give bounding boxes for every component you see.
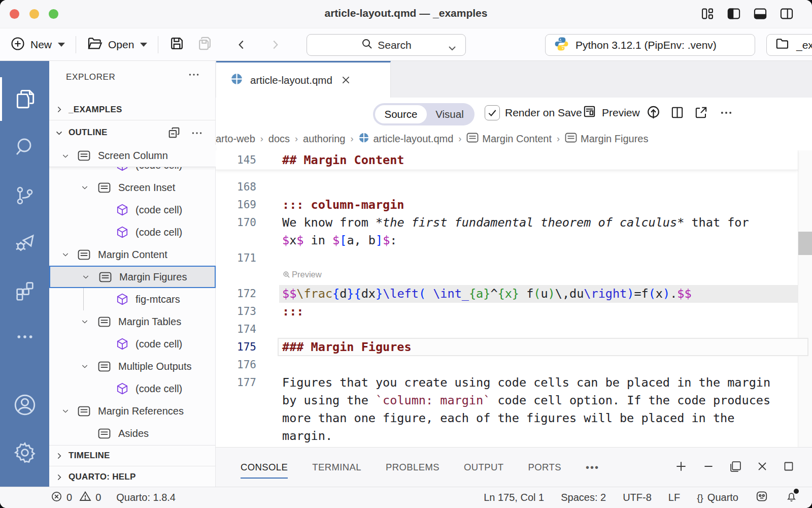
save-all-button[interactable]: [197, 36, 213, 54]
activity-bar: [0, 61, 49, 487]
chevron-down-icon[interactable]: [61, 250, 70, 259]
outline-item-screen-inset[interactable]: Screen Inset: [49, 176, 216, 199]
open-external-button[interactable]: [694, 98, 708, 128]
outline-item--code-cell-[interactable]: (code cell): [49, 333, 216, 355]
workspace-button[interactable]: _ex: [766, 34, 812, 56]
chevron-down-icon[interactable]: [81, 362, 89, 370]
encoding-status[interactable]: UTF-8: [623, 492, 652, 503]
extensions-activity-icon[interactable]: [0, 267, 49, 315]
breadcrumb-item[interactable]: article-layout.qmd: [358, 132, 453, 146]
panel-minimize-icon[interactable]: [702, 460, 715, 475]
toggle-bottom-panel-icon[interactable]: [753, 7, 767, 21]
outline-item-fig-mtcars[interactable]: fig-mtcars: [49, 288, 216, 310]
outline-section-header[interactable]: OUTLINE: [49, 120, 216, 145]
section-symbol-icon: [78, 150, 90, 161]
breadcrumb-item[interactable]: Margin Content: [466, 133, 552, 145]
line-number: 175: [216, 338, 256, 356]
tab-article-layout[interactable]: article-layout.qmd: [216, 61, 391, 98]
toggle-left-panel-icon[interactable]: [727, 7, 741, 21]
outline-item-margin-figures[interactable]: Margin Figures: [49, 266, 216, 288]
code-editor[interactable]: 168169::: column-margin170We know from *…: [216, 150, 812, 447]
outline-item--code-cell-[interactable]: (code cell): [49, 199, 216, 221]
outline-item-margin-references[interactable]: Margin References: [49, 400, 216, 422]
close-tab-icon[interactable]: [341, 75, 351, 85]
breadcrumb-item[interactable]: arto-web: [216, 133, 255, 145]
section-symbol-icon: [98, 428, 111, 439]
panel-maximize-icon[interactable]: [783, 460, 795, 474]
outline-item-asides[interactable]: Asides: [49, 422, 216, 444]
search-dropdown-chevron[interactable]: [447, 42, 457, 54]
new-dropdown-caret[interactable]: [58, 43, 65, 47]
source-mode-button[interactable]: Source: [375, 105, 427, 123]
run-debug-activity-icon[interactable]: [0, 219, 49, 267]
panel-split-icon[interactable]: [729, 460, 742, 475]
new-button[interactable]: New: [10, 36, 65, 54]
panel-tab-problems[interactable]: PROBLEMS: [386, 448, 439, 487]
breadcrumb-item[interactable]: Margin Figures: [565, 133, 648, 145]
forward-button[interactable]: [268, 38, 282, 51]
publish-button[interactable]: [646, 98, 661, 128]
outline-item-multiple-outputs[interactable]: Multiple Outputs: [49, 355, 216, 377]
explorer-more-actions-icon[interactable]: [187, 68, 200, 83]
interpreter-selector[interactable]: Python 3.12.1 (PipEnv: .venv): [545, 34, 755, 56]
outline-item-screen-column[interactable]: Screen Column: [49, 145, 216, 167]
render-on-save-checkbox[interactable]: Render on Save: [485, 98, 582, 128]
panel-more-tabs-icon[interactable]: •••: [586, 448, 599, 487]
chevron-down-icon[interactable]: [81, 318, 89, 326]
outline-item-margin-tables[interactable]: Margin Tables: [49, 310, 216, 333]
source-control-activity-icon[interactable]: [0, 172, 49, 219]
explorer-activity-icon[interactable]: [0, 75, 49, 123]
panel-tab-ports[interactable]: PORTS: [528, 448, 561, 487]
outline-item-margin-content[interactable]: Margin Content: [49, 243, 216, 266]
outline-item-label: (code cell): [136, 338, 182, 350]
settings-gear-icon[interactable]: [0, 429, 49, 477]
collapse-all-icon[interactable]: [167, 125, 181, 142]
outline-more-actions-icon[interactable]: [190, 126, 204, 142]
panel-plus-icon[interactable]: [674, 460, 688, 475]
problems-status[interactable]: 0 0: [51, 490, 101, 505]
outline-item--code-cell-[interactable]: (code cell): [49, 377, 216, 400]
line-number: 176: [216, 356, 256, 374]
search-input[interactable]: Search: [307, 34, 466, 56]
search-activity-icon[interactable]: [0, 123, 49, 171]
split-editor-button[interactable]: [670, 98, 685, 128]
open-button[interactable]: Open: [87, 36, 147, 54]
panel-tab-output[interactable]: OUTPUT: [464, 448, 503, 487]
panel-tab-console[interactable]: CONSOLE: [241, 448, 288, 487]
customize-layout-icon[interactable]: [700, 7, 715, 21]
outline-item--code-cell-[interactable]: (code cell): [49, 221, 216, 243]
quarto-version-status[interactable]: Quarto: 1.8.4: [116, 492, 176, 503]
account-icon[interactable]: [0, 381, 49, 429]
notifications-bell-icon[interactable]: [785, 490, 798, 505]
save-button[interactable]: [169, 36, 185, 54]
editor-more-actions-icon[interactable]: [719, 98, 733, 128]
chevron-down-icon[interactable]: [61, 407, 70, 415]
panel-close-icon[interactable]: [756, 460, 768, 474]
more-activity-icon[interactable]: [0, 313, 49, 361]
visual-mode-button[interactable]: Visual: [427, 103, 472, 125]
bottom-panel: CONSOLE TERMINAL PROBLEMS OUTPUT PORTS •…: [216, 447, 812, 487]
back-button[interactable]: [235, 38, 248, 51]
language-mode-status[interactable]: {} Quarto: [697, 492, 738, 503]
examples-section-header[interactable]: _EXAMPLES: [49, 99, 216, 120]
open-dropdown-caret[interactable]: [140, 43, 147, 47]
chevron-down-icon[interactable]: [81, 183, 89, 192]
quarto-help-section-header[interactable]: QUARTO: HELP: [49, 467, 216, 487]
preview-icon: [582, 104, 597, 121]
indentation-status[interactable]: Spaces: 2: [561, 492, 606, 503]
breadcrumb-item[interactable]: docs: [268, 133, 290, 145]
codelens-preview-link[interactable]: Preview: [282, 268, 322, 280]
breadcrumb-item[interactable]: authoring: [303, 133, 345, 145]
toggle-right-panel-icon[interactable]: [780, 7, 794, 21]
panel-tab-terminal[interactable]: TERMINAL: [312, 448, 361, 487]
cursor-position-status[interactable]: Ln 175, Col 1: [484, 492, 544, 503]
preview-button[interactable]: Preview: [582, 98, 640, 128]
timeline-section-header[interactable]: TIMELINE: [49, 445, 216, 466]
section-symbol-icon: [98, 182, 111, 193]
chevron-down-icon[interactable]: [61, 152, 70, 160]
outline-item--code-cell-[interactable]: (code cell): [49, 167, 216, 176]
feedback-smiley-icon[interactable]: [755, 490, 768, 505]
sticky-scroll-line[interactable]: 145 ## Margin Content: [216, 150, 798, 170]
eol-status[interactable]: LF: [668, 492, 680, 503]
chevron-down-icon[interactable]: [82, 273, 90, 281]
